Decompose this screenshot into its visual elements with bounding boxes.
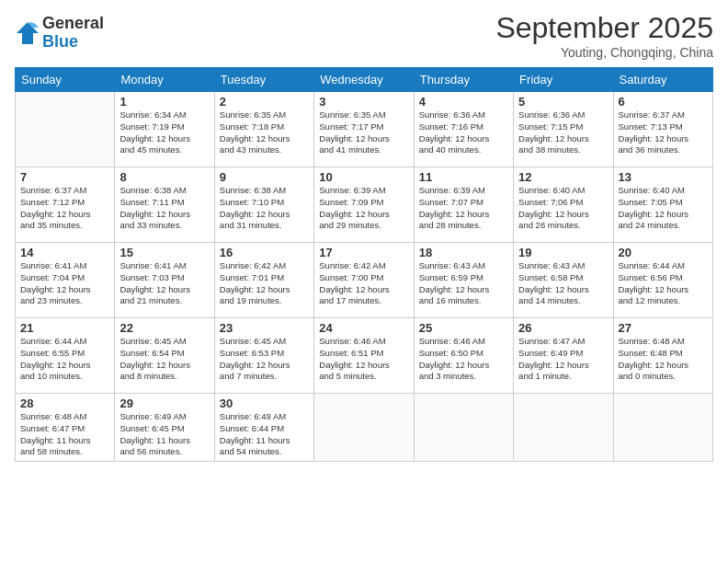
logo-icon — [15, 20, 40, 46]
day-info: Sunrise: 6:43 AM Sunset: 6:58 PM Dayligh… — [518, 260, 608, 307]
table-row — [514, 394, 613, 462]
day-number: 12 — [518, 170, 608, 184]
day-number: 6 — [619, 95, 708, 109]
day-info: Sunrise: 6:36 AM Sunset: 7:15 PM Dayligh… — [518, 109, 608, 156]
logo-blue-text: Blue — [42, 33, 104, 52]
table-row: 9Sunrise: 6:38 AM Sunset: 7:10 PM Daylig… — [214, 167, 313, 243]
day-number: 20 — [619, 246, 708, 259]
calendar-week-row: 1Sunrise: 6:34 AM Sunset: 7:19 PM Daylig… — [16, 92, 713, 167]
table-row: 13Sunrise: 6:40 AM Sunset: 7:05 PM Dayli… — [613, 167, 712, 243]
table-row: 6Sunrise: 6:37 AM Sunset: 7:13 PM Daylig… — [613, 92, 712, 167]
header-wednesday: Wednesday — [314, 68, 414, 92]
table-row: 17Sunrise: 6:42 AM Sunset: 7:00 PM Dayli… — [314, 243, 414, 318]
header-thursday: Thursday — [414, 68, 513, 92]
day-info: Sunrise: 6:47 AM Sunset: 6:49 PM Dayligh… — [518, 336, 608, 383]
table-row: 15Sunrise: 6:41 AM Sunset: 7:03 PM Dayli… — [115, 243, 214, 318]
day-number: 3 — [319, 95, 408, 109]
header-tuesday: Tuesday — [214, 68, 313, 92]
calendar-week-row: 7Sunrise: 6:37 AM Sunset: 7:12 PM Daylig… — [16, 167, 713, 243]
table-row: 25Sunrise: 6:46 AM Sunset: 6:50 PM Dayli… — [414, 318, 513, 394]
day-info: Sunrise: 6:41 AM Sunset: 7:04 PM Dayligh… — [20, 260, 109, 307]
day-number: 14 — [20, 246, 109, 259]
title-block: September 2025 Youting, Chongqing, China — [495, 11, 713, 60]
day-info: Sunrise: 6:44 AM Sunset: 6:55 PM Dayligh… — [20, 336, 109, 383]
calendar-week-row: 28Sunrise: 6:48 AM Sunset: 6:47 PM Dayli… — [16, 394, 713, 462]
table-row — [16, 92, 115, 167]
table-row: 21Sunrise: 6:44 AM Sunset: 6:55 PM Dayli… — [16, 318, 115, 394]
day-info: Sunrise: 6:42 AM Sunset: 7:01 PM Dayligh… — [220, 260, 309, 307]
day-info: Sunrise: 6:42 AM Sunset: 7:00 PM Dayligh… — [319, 260, 408, 307]
day-info: Sunrise: 6:37 AM Sunset: 7:13 PM Dayligh… — [619, 109, 708, 156]
day-info: Sunrise: 6:38 AM Sunset: 7:10 PM Dayligh… — [220, 185, 309, 232]
day-info: Sunrise: 6:36 AM Sunset: 7:16 PM Dayligh… — [419, 109, 508, 156]
table-row: 29Sunrise: 6:49 AM Sunset: 6:45 PM Dayli… — [115, 394, 214, 462]
table-row — [314, 394, 414, 462]
day-info: Sunrise: 6:46 AM Sunset: 6:51 PM Dayligh… — [319, 336, 408, 383]
day-number: 4 — [419, 95, 508, 109]
table-row: 1Sunrise: 6:34 AM Sunset: 7:19 PM Daylig… — [115, 92, 214, 167]
weekday-header-row: Sunday Monday Tuesday Wednesday Thursday… — [16, 68, 713, 92]
table-row: 7Sunrise: 6:37 AM Sunset: 7:12 PM Daylig… — [16, 167, 115, 243]
day-number: 22 — [119, 321, 209, 335]
table-row: 16Sunrise: 6:42 AM Sunset: 7:01 PM Dayli… — [214, 243, 313, 318]
day-info: Sunrise: 6:34 AM Sunset: 7:19 PM Dayligh… — [119, 109, 209, 156]
day-info: Sunrise: 6:48 AM Sunset: 6:47 PM Dayligh… — [20, 411, 109, 458]
location: Youting, Chongqing, China — [495, 45, 713, 60]
logo: General Blue — [15, 15, 104, 52]
table-row: 12Sunrise: 6:40 AM Sunset: 7:06 PM Dayli… — [514, 167, 613, 243]
table-row: 20Sunrise: 6:44 AM Sunset: 6:56 PM Dayli… — [613, 243, 712, 318]
table-row: 19Sunrise: 6:43 AM Sunset: 6:58 PM Dayli… — [514, 243, 613, 318]
day-number: 13 — [619, 170, 708, 184]
day-info: Sunrise: 6:45 AM Sunset: 6:54 PM Dayligh… — [119, 336, 209, 383]
day-info: Sunrise: 6:45 AM Sunset: 6:53 PM Dayligh… — [220, 336, 309, 383]
day-info: Sunrise: 6:43 AM Sunset: 6:59 PM Dayligh… — [419, 260, 508, 307]
day-number: 7 — [20, 170, 109, 184]
day-number: 21 — [20, 321, 109, 335]
table-row: 3Sunrise: 6:35 AM Sunset: 7:17 PM Daylig… — [314, 92, 414, 167]
calendar-table: Sunday Monday Tuesday Wednesday Thursday… — [15, 67, 713, 462]
day-info: Sunrise: 6:49 AM Sunset: 6:45 PM Dayligh… — [119, 411, 209, 458]
day-info: Sunrise: 6:49 AM Sunset: 6:44 PM Dayligh… — [220, 411, 309, 458]
logo-general-text: General — [42, 15, 104, 33]
table-row: 8Sunrise: 6:38 AM Sunset: 7:11 PM Daylig… — [115, 167, 214, 243]
table-row: 4Sunrise: 6:36 AM Sunset: 7:16 PM Daylig… — [414, 92, 513, 167]
logo-text: General Blue — [42, 15, 104, 52]
day-number: 2 — [220, 95, 309, 109]
header-friday: Friday — [514, 68, 613, 92]
day-number: 25 — [419, 321, 508, 335]
table-row: 24Sunrise: 6:46 AM Sunset: 6:51 PM Dayli… — [314, 318, 414, 394]
day-info: Sunrise: 6:38 AM Sunset: 7:11 PM Dayligh… — [119, 185, 209, 232]
table-row: 18Sunrise: 6:43 AM Sunset: 6:59 PM Dayli… — [414, 243, 513, 318]
day-info: Sunrise: 6:41 AM Sunset: 7:03 PM Dayligh… — [119, 260, 209, 307]
table-row: 23Sunrise: 6:45 AM Sunset: 6:53 PM Dayli… — [214, 318, 313, 394]
day-info: Sunrise: 6:35 AM Sunset: 7:18 PM Dayligh… — [220, 109, 309, 156]
day-info: Sunrise: 6:39 AM Sunset: 7:07 PM Dayligh… — [419, 185, 508, 232]
day-number: 17 — [319, 246, 408, 259]
calendar-page: General Blue September 2025 Youting, Cho… — [0, 0, 728, 563]
calendar-week-row: 14Sunrise: 6:41 AM Sunset: 7:04 PM Dayli… — [16, 243, 713, 318]
day-info: Sunrise: 6:40 AM Sunset: 7:06 PM Dayligh… — [518, 185, 608, 232]
table-row: 10Sunrise: 6:39 AM Sunset: 7:09 PM Dayli… — [314, 167, 414, 243]
day-number: 11 — [419, 170, 508, 184]
day-number: 28 — [20, 396, 109, 410]
day-info: Sunrise: 6:44 AM Sunset: 6:56 PM Dayligh… — [619, 260, 708, 307]
day-number: 1 — [119, 95, 209, 109]
calendar-week-row: 21Sunrise: 6:44 AM Sunset: 6:55 PM Dayli… — [16, 318, 713, 394]
day-number: 23 — [220, 321, 309, 335]
table-row — [613, 394, 712, 462]
day-info: Sunrise: 6:35 AM Sunset: 7:17 PM Dayligh… — [319, 109, 408, 156]
day-number: 5 — [518, 95, 608, 109]
day-number: 8 — [119, 170, 209, 184]
day-number: 26 — [518, 321, 608, 335]
day-info: Sunrise: 6:46 AM Sunset: 6:50 PM Dayligh… — [419, 336, 508, 383]
table-row — [414, 394, 513, 462]
day-number: 15 — [119, 246, 209, 259]
day-info: Sunrise: 6:39 AM Sunset: 7:09 PM Dayligh… — [319, 185, 408, 232]
day-number: 19 — [518, 246, 608, 259]
day-number: 27 — [619, 321, 708, 335]
table-row: 26Sunrise: 6:47 AM Sunset: 6:49 PM Dayli… — [514, 318, 613, 394]
table-row: 30Sunrise: 6:49 AM Sunset: 6:44 PM Dayli… — [214, 394, 313, 462]
header-sunday: Sunday — [16, 68, 115, 92]
header-monday: Monday — [115, 68, 214, 92]
day-info: Sunrise: 6:48 AM Sunset: 6:48 PM Dayligh… — [619, 336, 708, 383]
